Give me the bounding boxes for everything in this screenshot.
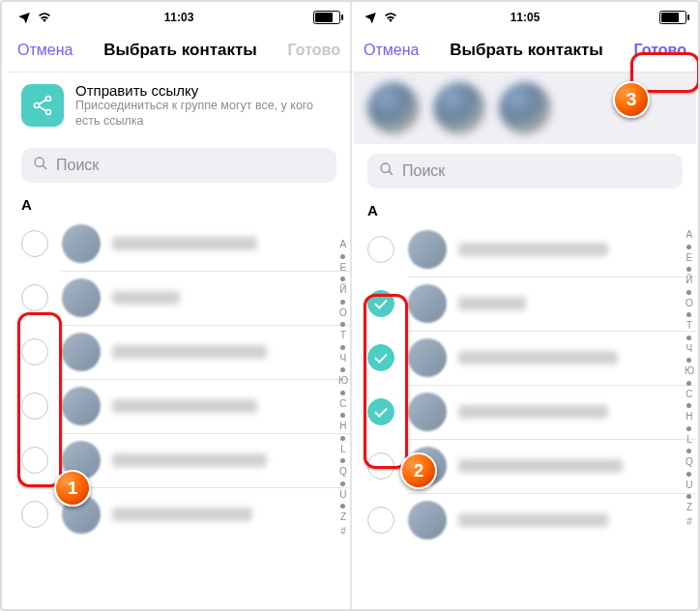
- search-placeholder: Поиск: [402, 162, 445, 180]
- contact-row[interactable]: [8, 217, 350, 271]
- alpha-letter[interactable]: Е: [686, 251, 693, 266]
- callout-marker-2: 2: [400, 452, 437, 489]
- alpha-dot[interactable]: [686, 381, 691, 386]
- search-icon: [33, 156, 48, 175]
- alpha-letter[interactable]: U: [339, 488, 346, 503]
- alpha-dot[interactable]: [340, 322, 345, 327]
- alpha-dot[interactable]: [340, 276, 345, 281]
- selected-avatar[interactable]: [433, 82, 485, 134]
- alpha-dot[interactable]: [686, 403, 691, 408]
- contact-row[interactable]: [354, 493, 696, 547]
- contact-row[interactable]: [354, 385, 696, 439]
- alpha-dot[interactable]: [340, 436, 345, 441]
- avatar: [62, 333, 101, 371]
- alpha-letter[interactable]: Q: [339, 465, 347, 480]
- avatar: [62, 278, 101, 317]
- checkbox[interactable]: [367, 398, 394, 425]
- alpha-letter[interactable]: Ч: [686, 342, 693, 357]
- alpha-letter[interactable]: А: [686, 228, 693, 243]
- checkbox[interactable]: [21, 284, 48, 311]
- alpha-letter[interactable]: Q: [685, 455, 693, 470]
- svg-point-4: [381, 163, 390, 172]
- alpha-dot[interactable]: [340, 254, 345, 259]
- alpha-dot[interactable]: [340, 481, 345, 486]
- selected-avatar[interactable]: [499, 82, 551, 134]
- avatar: [408, 393, 447, 431]
- checkbox[interactable]: [21, 447, 48, 474]
- alpha-dot[interactable]: [686, 494, 691, 499]
- alpha-letter[interactable]: Ю: [338, 374, 348, 389]
- alpha-letter[interactable]: U: [685, 479, 692, 493]
- search-input[interactable]: Поиск: [21, 148, 336, 183]
- contact-row[interactable]: [354, 276, 696, 331]
- alpha-dot[interactable]: [340, 367, 345, 372]
- checkbox[interactable]: [21, 501, 48, 528]
- alpha-dot[interactable]: [686, 335, 691, 340]
- page-title: Выбрать контакты: [450, 41, 603, 60]
- alpha-letter[interactable]: #: [340, 525, 346, 539]
- alpha-dot[interactable]: [340, 300, 345, 305]
- checkbox[interactable]: [367, 290, 394, 317]
- alpha-dot[interactable]: [340, 345, 345, 350]
- alpha-letter[interactable]: #: [686, 515, 692, 530]
- contact-name-blurred: [112, 291, 180, 305]
- alpha-index[interactable]: АЕЙОТЧЮСHLQUZ#: [685, 228, 694, 529]
- alpha-letter[interactable]: О: [339, 306, 347, 321]
- alpha-letter[interactable]: С: [685, 388, 692, 402]
- alpha-letter[interactable]: Z: [686, 501, 692, 515]
- alpha-letter[interactable]: L: [686, 433, 692, 448]
- alpha-letter[interactable]: H: [339, 420, 346, 434]
- alpha-dot[interactable]: [686, 245, 691, 249]
- alpha-dot[interactable]: [686, 312, 691, 317]
- alpha-letter[interactable]: Ч: [340, 352, 347, 366]
- alpha-dot[interactable]: [686, 472, 691, 477]
- alpha-letter[interactable]: Т: [340, 329, 346, 343]
- alpha-dot[interactable]: [686, 449, 691, 453]
- alpha-letter[interactable]: L: [340, 443, 346, 457]
- contact-name-blurred: [458, 297, 526, 310]
- done-button: Готово: [288, 42, 340, 59]
- share-link-row[interactable]: Отправить ссылку Присоединиться к группе…: [8, 73, 350, 138]
- alpha-letter[interactable]: Z: [340, 510, 346, 525]
- alpha-letter[interactable]: Ю: [685, 364, 694, 379]
- status-time: 11:03: [8, 11, 350, 24]
- contact-row[interactable]: [8, 379, 350, 433]
- checkbox[interactable]: [367, 507, 394, 534]
- alpha-dot[interactable]: [686, 290, 691, 295]
- alpha-letter[interactable]: H: [685, 410, 692, 424]
- contact-name-blurred: [112, 453, 267, 467]
- cancel-button[interactable]: Отмена: [17, 42, 73, 59]
- selected-avatar[interactable]: [367, 82, 420, 134]
- contact-row[interactable]: [354, 331, 696, 385]
- cancel-button[interactable]: Отмена: [364, 42, 419, 59]
- search-input[interactable]: Поиск: [367, 154, 683, 189]
- alpha-dot[interactable]: [686, 358, 691, 363]
- alpha-letter[interactable]: А: [340, 238, 347, 252]
- alpha-dot[interactable]: [340, 458, 345, 463]
- alpha-letter[interactable]: Е: [340, 261, 347, 276]
- checkbox[interactable]: [21, 230, 48, 257]
- alpha-letter[interactable]: Т: [686, 319, 692, 334]
- avatar: [408, 284, 447, 323]
- alpha-dot[interactable]: [686, 426, 691, 431]
- checkbox[interactable]: [21, 338, 48, 365]
- alpha-letter[interactable]: Й: [685, 274, 692, 288]
- alpha-dot[interactable]: [686, 267, 691, 272]
- alpha-dot[interactable]: [340, 391, 345, 395]
- checkbox[interactable]: [367, 452, 394, 480]
- alpha-letter[interactable]: О: [685, 297, 693, 311]
- alpha-dot[interactable]: [340, 413, 345, 418]
- alpha-letter[interactable]: Й: [339, 283, 346, 298]
- checkbox[interactable]: [21, 393, 48, 420]
- alpha-index[interactable]: АЕЙОТЧЮСHLQUZ#: [338, 238, 348, 538]
- alpha-letter[interactable]: С: [339, 397, 346, 412]
- contact-row[interactable]: [8, 271, 350, 325]
- alpha-dot[interactable]: [340, 504, 345, 509]
- contact-row[interactable]: [8, 325, 350, 379]
- checkbox[interactable]: [367, 344, 394, 371]
- contact-name-blurred: [458, 459, 623, 473]
- contact-row[interactable]: [354, 222, 696, 276]
- checkbox[interactable]: [367, 236, 394, 263]
- contact-list-right: [354, 222, 696, 547]
- done-button[interactable]: Готово: [634, 42, 686, 59]
